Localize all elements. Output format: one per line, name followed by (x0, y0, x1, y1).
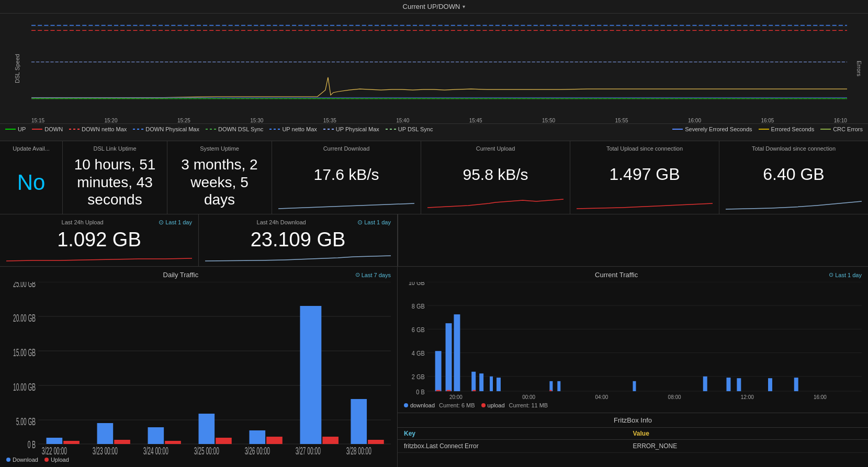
stat-total-upload-sparkline (577, 194, 713, 210)
legend-down-netto-line (69, 129, 80, 130)
legend-bar: UP DOWN DOWN netto Max DOWN Physical Max… (0, 123, 868, 134)
svg-rect-71 (794, 378, 798, 391)
legend-up-label: UP (18, 126, 26, 132)
panel-title: Current UP/DOWN ▾ (0, 0, 868, 14)
legend-up-dsl-label: UP DSL Sync (398, 126, 433, 132)
svg-text:15.00 GB: 15.00 GB (13, 347, 36, 358)
card-24h-upload-value: 1.092 GB (6, 228, 192, 252)
title-dropdown-arrow[interactable]: ▾ (463, 4, 465, 9)
svg-rect-60 (471, 372, 476, 391)
fritzbox-title: FritzBox Info (398, 413, 868, 428)
svg-text:10.00 GB: 10.00 GB (13, 381, 36, 392)
stat-total-upload-title: Total Upload since connection (577, 145, 713, 152)
middle-row: Last 24h Upload ⊙ Last 1 day 1.092 GB La… (0, 214, 868, 267)
ct-download-current: Current: 6 MB (439, 402, 475, 408)
svg-text:5.00 GB: 5.00 GB (16, 416, 36, 427)
stat-dsl-uptime-value: 10 hours, 51 minutes, 43 seconds (69, 155, 161, 210)
upload-legend-label: Upload (51, 457, 69, 463)
legend-severely-errored-label: Severely Errored Seconds (685, 126, 752, 132)
stat-total-download-title: Total Download since connection (726, 145, 862, 152)
current-traffic-panel: Current Traffic ⊙ Last 1 day (398, 267, 868, 413)
ct-upload-current: Current: 11 MB (509, 402, 548, 408)
svg-rect-30 (199, 414, 215, 444)
fritzbox-panel: FritzBox Info Key Value fritzbox.Last Co… (398, 413, 868, 467)
legend-down-physical-line (133, 129, 143, 130)
legend-up-line (5, 129, 16, 130)
current-traffic-chart: 10 GB 8 GB 6 GB 4 GB 2 GB 0 B (404, 282, 862, 400)
bottom-right: Current Traffic ⊙ Last 1 day (398, 267, 868, 467)
svg-rect-28 (148, 427, 164, 444)
ct-download-dot (404, 403, 408, 407)
svg-rect-31 (216, 438, 232, 444)
svg-rect-26 (97, 423, 114, 444)
card-24h-upload-time[interactable]: ⊙ Last 1 day (159, 219, 192, 226)
svg-rect-73 (447, 390, 451, 391)
legend-down-netto: DOWN netto Max (69, 126, 127, 132)
legend-down-netto-label: DOWN netto Max (82, 126, 127, 132)
fritzbox-row-0: fritzbox.Last Connect Error ERROR_NONE (398, 440, 868, 453)
clock-icon-traffic: ⊙ (829, 271, 833, 278)
svg-rect-61 (479, 373, 483, 391)
dashboard: Current UP/DOWN ▾ DSL Speed Errors 100 M… (0, 0, 868, 467)
chart-title-text: Current UP/DOWN (403, 3, 460, 10)
stat-sys-uptime-value: 3 months, 2 weeks, 5 days (174, 155, 265, 210)
stat-total-upload: Total Upload since connection 1.497 GB (570, 141, 719, 214)
svg-rect-29 (165, 441, 181, 444)
svg-text:3/27 00:00: 3/27 00:00 (296, 445, 321, 454)
stat-total-download-sparkline (726, 194, 862, 210)
svg-rect-35 (322, 437, 339, 444)
ct-download-label: download (410, 402, 435, 408)
legend-severely-errored-line (672, 129, 683, 130)
svg-rect-25 (63, 441, 80, 444)
legend-up-physical: UP Physical Max (323, 126, 379, 132)
top-chart-panel: Current UP/DOWN ▾ DSL Speed Errors 100 M… (0, 0, 868, 141)
current-traffic-time[interactable]: ⊙ Last 1 day (829, 271, 862, 278)
stat-current-download-value: 17.6 kB/s (278, 155, 414, 194)
svg-rect-36 (351, 399, 367, 444)
stat-total-upload-value: 1.497 GB (577, 155, 713, 194)
clock-icon-download: ⊙ (357, 219, 363, 226)
legend-crc-line (820, 129, 831, 130)
current-traffic-legend: download Current: 6 MB upload Current: 1… (404, 402, 862, 408)
download-legend-dot (6, 458, 10, 462)
card-24h-download-time[interactable]: ⊙ Last 1 day (357, 219, 391, 226)
legend-up-dsl: UP DSL Sync (386, 126, 433, 132)
fritzbox-col-value: Value (633, 430, 862, 437)
fritzbox-col-key: Key (404, 430, 633, 437)
stat-update-available: Update Avail... No (0, 141, 63, 214)
svg-rect-24 (47, 438, 63, 444)
legend-severely-errored: Severely Errored Seconds (672, 126, 752, 132)
legend-down: DOWN (32, 126, 63, 132)
svg-rect-72 (436, 390, 441, 391)
card-24h-download-title: Last 24h Download (205, 219, 357, 225)
legend-crc: CRC Errors (820, 126, 863, 132)
legend-download-item: Download (6, 457, 38, 463)
svg-text:20.00 GB: 20.00 GB (13, 312, 36, 323)
x-tick-0: 15:15 (31, 118, 44, 123)
legend-up: UP (5, 126, 26, 132)
legend-up-physical-label: UP Physical Max (336, 126, 379, 132)
svg-text:25.00 GB: 25.00 GB (13, 282, 36, 289)
svg-text:04:00: 04:00 (595, 393, 608, 400)
svg-text:12:00: 12:00 (741, 393, 754, 400)
stat-update-value: No (6, 155, 56, 210)
legend-errored-label: Errored Seconds (771, 126, 815, 132)
svg-text:00:00: 00:00 (522, 393, 535, 400)
svg-text:10 GB: 10 GB (409, 282, 425, 286)
daily-traffic-title: Daily Traffic (6, 271, 355, 279)
legend-crc-label: CRC Errors (833, 126, 863, 132)
x-tick-7: 15:50 (542, 118, 555, 123)
ct-upload-legend: upload Current: 11 MB (481, 402, 548, 408)
current-traffic-title: Current Traffic (404, 271, 829, 279)
svg-rect-27 (114, 440, 130, 444)
fritzbox-header: Key Value (398, 428, 868, 440)
svg-rect-65 (557, 381, 560, 391)
svg-rect-67 (703, 377, 707, 391)
fritzbox-table: Key Value fritzbox.Last Connect Error ER… (398, 428, 868, 467)
daily-traffic-time[interactable]: ⊙ Last 7 days (355, 271, 391, 278)
svg-rect-32 (249, 430, 265, 444)
legend-down-physical-label: DOWN Physical Max (145, 126, 199, 132)
card-24h-upload-title: Last 24h Upload (6, 219, 159, 225)
legend-down-dsl-label: DOWN DSL Sync (218, 126, 263, 132)
svg-rect-57 (435, 351, 442, 391)
